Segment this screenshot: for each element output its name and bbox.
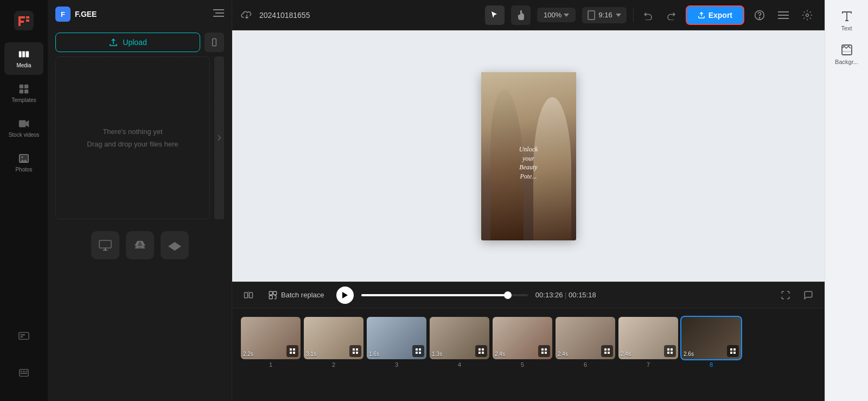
svg-rect-5 (24, 85, 28, 88)
thumbnail-4[interactable]: 1.3s (430, 317, 489, 359)
source-icons-row (48, 227, 232, 267)
batch-replace-button[interactable]: Batch replace (264, 288, 329, 302)
mobile-view-button[interactable] (205, 33, 224, 52)
thumb-2-replace-icon[interactable] (349, 345, 361, 357)
thumb-item-1: 2.2s 1 (241, 317, 301, 368)
left-panel-header: F F.GEE (48, 0, 232, 28)
hamburger-menu-icon[interactable] (213, 9, 224, 19)
thumb-8-replace-icon[interactable] (727, 345, 739, 357)
timeline-progress-bar[interactable] (361, 294, 528, 296)
svg-rect-42 (290, 352, 292, 354)
svg-point-33 (806, 14, 809, 16)
thumb-8-number: 8 (710, 361, 713, 368)
zoom-level-value: 100% (544, 11, 561, 19)
svg-rect-58 (541, 352, 544, 354)
drop-zone[interactable]: There's nothing yet Drag and drop your f… (55, 56, 210, 219)
right-panel-text-label: Text (841, 25, 852, 31)
thumbnail-7[interactable]: 2.4s (618, 317, 678, 359)
help-button[interactable] (751, 7, 768, 24)
select-tool-button[interactable] (485, 5, 505, 25)
sidebar-item-templates[interactable]: Templates (4, 77, 43, 110)
thumb-7-duration: 2.4s (621, 351, 631, 357)
svg-rect-61 (608, 348, 610, 351)
project-name: 202410181655 (259, 11, 310, 20)
thumb-2-duration: 3.1s (306, 351, 316, 357)
thumb-1-replace-icon[interactable] (286, 345, 298, 357)
svg-rect-70 (730, 352, 732, 354)
sidebar-item-shortcuts[interactable] (4, 357, 43, 389)
collapse-panel-button[interactable] (214, 56, 224, 219)
thumbnail-1[interactable]: 2.2s (241, 317, 301, 359)
right-panel-background-label: Backgr... (835, 59, 858, 65)
play-button[interactable] (336, 287, 354, 304)
thumb-3-number: 3 (395, 361, 398, 368)
thumb-8-duration: 2.6s (684, 351, 694, 357)
svg-rect-12 (19, 333, 29, 340)
thumbnail-8[interactable]: 2.6s (681, 317, 741, 359)
undo-button[interactable] (640, 7, 656, 23)
thumb-3-replace-icon[interactable] (412, 345, 424, 357)
top-menu-button[interactable] (775, 7, 792, 24)
current-time: 00:13:26 (535, 291, 563, 299)
cloud-save-icon[interactable] (241, 9, 253, 21)
sidebar-item-templates-label: Templates (11, 97, 36, 104)
app-logo (13, 10, 35, 31)
top-bar: 202410181655 100% 9:16 (232, 0, 825, 30)
thumb-4-replace-icon[interactable] (475, 345, 487, 357)
svg-rect-18 (26, 371, 28, 372)
svg-rect-35 (250, 292, 253, 298)
thumb-7-number: 7 (647, 361, 650, 368)
thumb-5-replace-icon[interactable] (538, 345, 550, 357)
drive-source-button[interactable] (126, 231, 154, 259)
svg-rect-47 (356, 352, 358, 354)
svg-rect-38 (273, 291, 277, 295)
svg-rect-64 (667, 348, 669, 351)
sidebar-item-media[interactable]: Media (4, 42, 43, 75)
svg-rect-68 (730, 348, 732, 351)
thumbnail-5[interactable]: 2.4s (493, 317, 552, 359)
settings-button[interactable] (799, 7, 816, 24)
svg-rect-71 (733, 352, 736, 354)
sidebar-item-photos[interactable]: Photos (4, 147, 43, 179)
dropbox-source-button[interactable] (161, 231, 189, 259)
thumb-item-2: 3.1s 2 (304, 317, 363, 368)
left-panel: F F.GEE Upload There's n (48, 0, 232, 401)
thumbnail-2[interactable]: 3.1s (304, 317, 363, 359)
thumb-item-3: 1.6s 3 (367, 317, 426, 368)
thumb-1-duration: 2.2s (243, 351, 253, 357)
computer-source-button[interactable] (91, 231, 119, 259)
upload-button[interactable]: Upload (55, 33, 200, 52)
right-panel-background-item[interactable]: Backgr... (828, 38, 865, 71)
comment-button[interactable] (801, 288, 816, 303)
thumbnail-6[interactable]: 2.4s (556, 317, 615, 359)
svg-rect-17 (23, 371, 25, 372)
zoom-control[interactable]: 100% (537, 8, 576, 22)
sidebar-item-captions[interactable] (4, 320, 43, 352)
timeline-progress-thumb[interactable] (504, 291, 512, 299)
thumb-item-6: 2.4s 6 (556, 317, 615, 368)
upload-button-label: Upload (123, 38, 146, 47)
thumb-7-replace-icon[interactable] (664, 345, 676, 357)
svg-rect-16 (21, 371, 22, 372)
svg-rect-54 (478, 352, 481, 354)
svg-rect-6 (20, 90, 23, 93)
split-tool-button[interactable] (241, 288, 256, 303)
svg-rect-43 (293, 352, 295, 354)
user-name: F.GEE (75, 10, 209, 18)
aspect-ratio-control[interactable]: 9:16 (582, 7, 626, 23)
batch-replace-label: Batch replace (281, 291, 324, 299)
svg-rect-67 (671, 352, 673, 354)
redo-button[interactable] (663, 7, 679, 23)
thumbnail-3[interactable]: 1.6s (367, 317, 426, 359)
sidebar-item-stock-videos[interactable]: Stock videos (4, 112, 43, 144)
export-button[interactable]: Export (686, 5, 744, 25)
thumb-6-duration: 2.4s (558, 351, 568, 357)
time-separator: | (565, 291, 569, 299)
svg-rect-8 (19, 120, 26, 128)
fullscreen-button[interactable] (778, 288, 793, 303)
video-preview: Unlock your Beauty Pote... (481, 72, 576, 240)
right-panel-text-item[interactable]: Text (828, 4, 865, 37)
thumb-6-replace-icon[interactable] (601, 345, 613, 357)
svg-rect-45 (356, 348, 358, 351)
pan-tool-button[interactable] (511, 5, 531, 25)
